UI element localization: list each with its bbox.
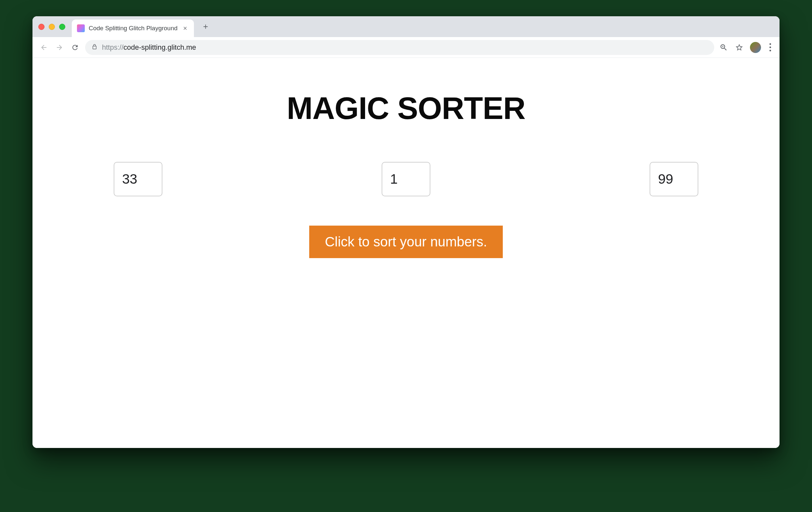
favicon-icon <box>77 24 85 32</box>
reload-button[interactable] <box>69 42 81 53</box>
toolbar-icons <box>719 42 774 53</box>
window-minimize-button[interactable] <box>49 24 55 30</box>
number-input-3[interactable] <box>649 162 698 196</box>
url-field[interactable]: https://code-splitting.glitch.me <box>85 40 714 55</box>
window-close-button[interactable] <box>38 24 45 30</box>
number-inputs-row <box>114 162 698 196</box>
number-input-2[interactable] <box>382 162 430 196</box>
number-input-1[interactable] <box>114 162 163 196</box>
window-controls <box>38 24 65 30</box>
url-text: https://code-splitting.glitch.me <box>102 43 196 52</box>
tab-title: Code Splitting Glitch Playground <box>89 25 178 32</box>
lock-icon <box>92 44 97 51</box>
tab-bar: Code Splitting Glitch Playground <box>32 16 780 37</box>
zoom-icon[interactable] <box>719 43 728 52</box>
menu-button[interactable] <box>767 42 774 53</box>
window-maximize-button[interactable] <box>59 24 65 30</box>
browser-window: Code Splitting Glitch Playground https:/… <box>32 16 780 448</box>
page-content: MAGIC SORTER Click to sort your numbers. <box>32 58 780 448</box>
sort-button[interactable]: Click to sort your numbers. <box>309 225 503 258</box>
star-icon[interactable] <box>734 43 744 52</box>
back-button[interactable] <box>38 42 49 53</box>
forward-button[interactable] <box>54 42 65 53</box>
new-tab-button[interactable] <box>199 20 212 33</box>
address-bar: https://code-splitting.glitch.me <box>32 37 780 58</box>
page-title: MAGIC SORTER <box>287 90 525 126</box>
close-tab-icon[interactable] <box>181 25 189 32</box>
profile-avatar[interactable] <box>750 42 761 53</box>
browser-tab[interactable]: Code Splitting Glitch Playground <box>72 20 194 37</box>
